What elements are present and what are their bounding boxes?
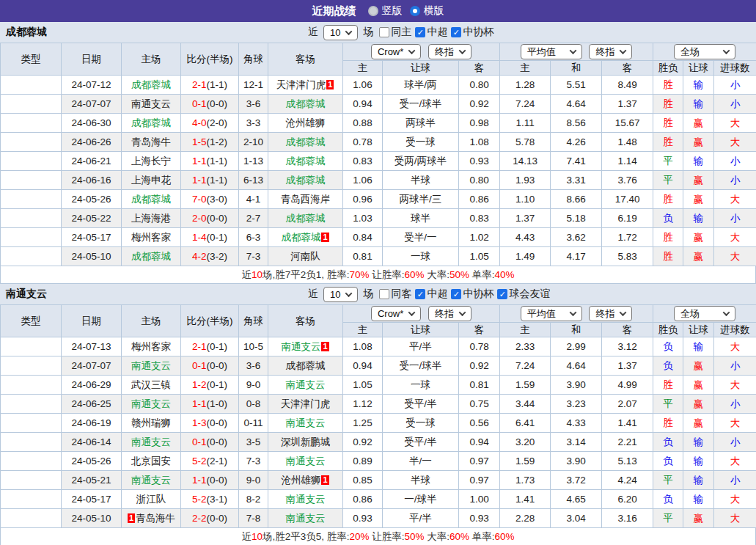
away-team-cell: 南通支云 (268, 376, 343, 395)
result-winloss-cell: 平 (653, 152, 683, 171)
result-text: 输 (694, 436, 704, 447)
handicap-line-cell: 平/半 (383, 509, 459, 528)
col-date: 日期 (62, 43, 122, 76)
score-cell: 4-0(2-0) (181, 114, 239, 133)
away-team-name: 南通支云 (286, 456, 326, 467)
result-winloss-cell: 胜 (653, 247, 683, 266)
filter-controls: 近 10 场 同客✓中超✓中协杯✓球会友谊 (308, 287, 552, 302)
result-handicap-cell: 输 (683, 95, 714, 114)
avg-draw-odds-cell: 4.64 (551, 95, 602, 114)
match-count-value: 10 (330, 289, 340, 300)
result-text: 输 (694, 456, 704, 467)
summary-text: 10 (252, 269, 263, 280)
full-time-score: 0-1 (192, 98, 207, 109)
result-text: 负 (663, 436, 673, 447)
away-team-cell: 河南队 (268, 247, 343, 266)
avg-home-odds-cell: 14.13 (500, 152, 551, 171)
home-team-cell: 成都蓉城 (122, 114, 181, 133)
chevron-down-icon (569, 47, 576, 54)
match-row: 中超24-07-13梅州客家2-1(0-1)10-5南通支云11.08平/半0.… (1, 337, 756, 356)
filter-checkbox[interactable]: ✓球会友谊 (497, 288, 550, 301)
avg-home-odds-cell: 1.59 (500, 452, 551, 471)
result-text: 小 (730, 360, 741, 371)
filter-checkbox[interactable]: ✓中协杯 (451, 26, 493, 39)
result-text: 平 (663, 513, 673, 524)
result-text: 赢 (694, 360, 704, 371)
avg-draw-odds-cell: 4.33 (551, 414, 602, 433)
version-option-vertical[interactable]: 竖版 (368, 4, 403, 18)
filter-checkbox[interactable]: ✓中超 (415, 288, 447, 301)
home-team-name: 梅州客家 (131, 341, 171, 352)
half-time-score: (0-0) (207, 513, 228, 524)
date-cell: 24-06-16 (62, 171, 122, 190)
filter-checkbox[interactable]: 同客 (379, 288, 411, 301)
avg-away-odds-cell: 4.99 (602, 376, 653, 395)
half-time-score: (1-1) (207, 175, 228, 186)
average-select[interactable]: 平均值 (521, 306, 582, 321)
result-text: 大 (730, 232, 741, 243)
team-section: 南通支云 近 10 场 同客✓中超✓中协杯✓球会友谊 类 (0, 284, 756, 545)
handicap-away-odds-cell: 0.56 (459, 414, 500, 433)
league-type-cell: 中超 (1, 209, 62, 228)
result-text: 赢 (694, 513, 704, 524)
result-text: 负 (663, 360, 673, 371)
chevron-down-icon (459, 309, 466, 316)
result-winloss-cell: 负 (653, 337, 683, 356)
col-odds-home: 主 (343, 323, 383, 337)
home-team-cell: 青岛海牛 (122, 133, 181, 152)
match-row: 中超24-07-07南通支云0-1(0-0)3-6成都蓉城0.94受一/球半0.… (1, 95, 756, 114)
away-team-name: 天津津门虎 (276, 79, 326, 90)
scope-select[interactable]: 全场 (674, 306, 735, 321)
average-stage-select[interactable]: 终指 (589, 306, 632, 321)
summary-text: 近 (241, 530, 252, 544)
odds-stage-select[interactable]: 终指 (428, 306, 471, 321)
result-text: 大 (730, 136, 741, 147)
away-team-name: 沧州雄狮 (281, 475, 320, 486)
checkbox-unchecked-icon (379, 289, 389, 299)
average-stage-select[interactable]: 终指 (589, 44, 632, 59)
result-text: 胜 (663, 136, 673, 147)
result-winloss-cell: 胜 (653, 228, 683, 247)
away-team-name: 成都蓉城 (286, 213, 326, 224)
handicap-home-odds-cell: 0.81 (343, 247, 383, 266)
avg-draw-odds-cell: 4.26 (551, 133, 602, 152)
half-time-score: (0-0) (207, 417, 228, 428)
match-count-select[interactable]: 10 (323, 287, 358, 302)
away-team-name: 天津津门虎 (281, 398, 331, 409)
average-select[interactable]: 平均值 (521, 44, 582, 59)
average-stage-select-value: 终指 (595, 307, 614, 321)
away-team-cell: 南通支云 (268, 452, 343, 471)
filter-checkbox[interactable]: 同主 (379, 26, 411, 39)
handicap-line-cell: 受一/球半 (383, 95, 459, 114)
full-time-score: 7-0 (192, 194, 207, 205)
handicap-home-odds-cell: 1.12 (343, 395, 383, 414)
col-home: 主场 (122, 43, 181, 76)
filter-checkbox[interactable]: ✓中协杯 (451, 288, 493, 301)
result-goals-cell: 小 (714, 76, 756, 95)
odds-stage-select[interactable]: 终指 (428, 44, 471, 59)
full-time-score: 1-4 (192, 232, 207, 243)
odds-stage-select-value: 终指 (435, 45, 454, 59)
home-team-cell: 南通支云 (122, 471, 181, 490)
col-corner: 角球 (239, 43, 268, 76)
home-team-name: 梅州客家 (131, 232, 171, 243)
match-row: 中超24-06-30成都蓉城4-0(2-0)3-3沧州雄狮0.88两球半0.98… (1, 114, 756, 133)
bookmaker-select[interactable]: Crow* (371, 306, 421, 321)
home-team-name: 南通支云 (131, 436, 171, 447)
col-odds-handicap: 让球 (383, 61, 459, 76)
filter-checkbox[interactable]: ✓中超 (415, 26, 447, 39)
match-count-select[interactable]: 10 (323, 25, 358, 40)
col-score: 比分(半场) (181, 305, 239, 337)
avg-away-odds-cell: 5.83 (602, 247, 653, 266)
scope-select[interactable]: 全场 (674, 44, 735, 59)
col-odds-away: 客 (459, 323, 500, 337)
bookmaker-select[interactable]: Crow* (371, 44, 421, 59)
version-option-horizontal[interactable]: 横版 (410, 4, 444, 18)
result-text: 胜 (663, 194, 673, 205)
result-text: 大 (730, 456, 741, 467)
checkbox-checked-icon: ✓ (451, 289, 461, 299)
avg-home-odds-cell: 4.43 (500, 228, 551, 247)
handicap-away-odds-cell: 1.02 (459, 228, 500, 247)
chevron-down-icon (345, 290, 353, 297)
result-goals-cell: 大 (714, 114, 756, 133)
